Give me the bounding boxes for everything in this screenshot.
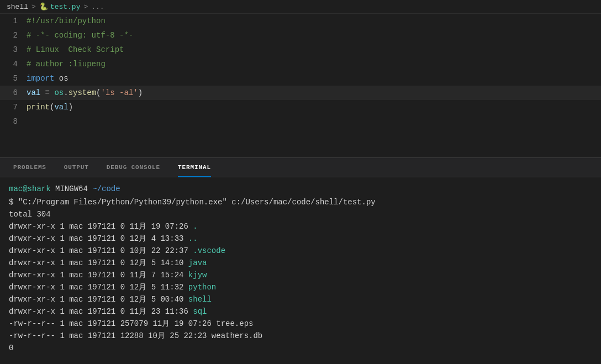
breadcrumb-sep-1: > (31, 3, 36, 11)
line-number-4: 4 (0, 57, 27, 71)
line-content-6: val = os.system('ls -al') (27, 86, 601, 100)
editor-line-1: 1 #!/usr/bin/python (0, 14, 601, 28)
line-content-4: # author :liupeng (27, 57, 601, 71)
breadcrumb-ellipsis: ... (91, 3, 104, 11)
breadcrumb-shell[interactable]: shell (7, 3, 28, 11)
terminal-output-line-10: -rw-r--r-- 1 mac 197121 12288 10月 25 22:… (9, 330, 592, 342)
terminal-output-total: total 304 (9, 208, 592, 220)
line-number-5: 5 (0, 71, 27, 86)
terminal-output-line-8: drwxr-xr-x 1 mac 197121 0 11月 23 11:36 s… (9, 305, 592, 318)
panel-tabs: PROBLEMS OUTPUT DEBUG CONSOLE TERMINAL (0, 157, 601, 177)
line-number-8: 8 (0, 114, 27, 129)
breadcrumb-file[interactable]: 🐍 test.py (39, 2, 81, 11)
terminal-command-line: $ "C:/Program Files/Python/Python39/pyth… (9, 196, 592, 208)
code-editor: 1 #!/usr/bin/python 2 # -*- coding: utf-… (0, 14, 601, 157)
editor-line-6: 6 val = os.system('ls -al') (0, 86, 601, 100)
line-number-2: 2 (0, 28, 27, 43)
terminal-output-line-1: drwxr-xr-x 1 mac 197121 0 11月 19 07:26 . (9, 220, 592, 233)
line-number-1: 1 (0, 14, 27, 28)
editor-line-4: 4 # author :liupeng (0, 57, 601, 71)
tab-debug-console[interactable]: DEBUG CONSOLE (98, 157, 169, 177)
tab-output[interactable]: OUTPUT (55, 157, 98, 177)
terminal-user: mac@shark (9, 184, 51, 193)
tab-problems[interactable]: PROBLEMS (4, 157, 55, 177)
terminal-output-line-2: drwxr-xr-x 1 mac 197121 0 12月 4 13:33 .. (9, 233, 592, 245)
editor-line-2: 2 # -*- coding: utf-8 -*- (0, 28, 601, 43)
terminal-output-line-4: drwxr-xr-x 1 mac 197121 0 12月 5 14:10 ja… (9, 257, 592, 269)
tab-terminal[interactable]: TERMINAL (169, 157, 220, 177)
line-number-6: 6 (0, 86, 27, 100)
line-content-7: print(val) (27, 100, 601, 114)
line-content-1: #!/usr/bin/python (27, 14, 601, 28)
editor-line-8: 8 (0, 114, 601, 123)
terminal-prompt: mac@shark MINGW64 ~/code (9, 183, 592, 195)
editor-line-5: 5 import os (0, 71, 601, 86)
terminal-output-line-9: -rw-r--r-- 1 mac 197121 257079 11月 19 07… (9, 318, 592, 330)
editor-line-3: 3 # Linux Check Script (0, 43, 601, 57)
terminal-path: ~/code (92, 184, 120, 193)
breadcrumb: shell > 🐍 test.py > ... (0, 0, 601, 14)
terminal-dollar: $ "C:/Program Files/Python/Python39/pyth… (9, 198, 376, 207)
python-icon: 🐍 (39, 2, 48, 11)
terminal-output-zero: 0 (9, 342, 592, 354)
editor-line-7: 7 print(val) (0, 100, 601, 114)
terminal-shell-name: MINGW64 (55, 184, 92, 193)
terminal-output-line-5: drwxr-xr-x 1 mac 197121 0 11月 7 15:24 kj… (9, 269, 592, 281)
line-content-5: import os (27, 71, 601, 86)
terminal-output-line-6: drwxr-xr-x 1 mac 197121 0 12月 5 11:32 py… (9, 281, 592, 293)
line-number-3: 3 (0, 43, 27, 57)
line-content-2: # -*- coding: utf-8 -*- (27, 28, 601, 43)
line-content-3: # Linux Check Script (27, 43, 601, 57)
terminal-panel: mac@shark MINGW64 ~/code $ "C:/Program F… (0, 177, 601, 361)
breadcrumb-sep-2: > (83, 3, 88, 11)
editor-lines: 1 #!/usr/bin/python 2 # -*- coding: utf-… (0, 14, 601, 123)
terminal-output-line-3: drwxr-xr-x 1 mac 197121 0 10月 22 22:37 .… (9, 245, 592, 257)
terminal-output-line-7: drwxr-xr-x 1 mac 197121 0 12月 5 00:40 sh… (9, 293, 592, 305)
line-number-7: 7 (0, 100, 27, 114)
breadcrumb-filename: test.py (50, 3, 81, 11)
